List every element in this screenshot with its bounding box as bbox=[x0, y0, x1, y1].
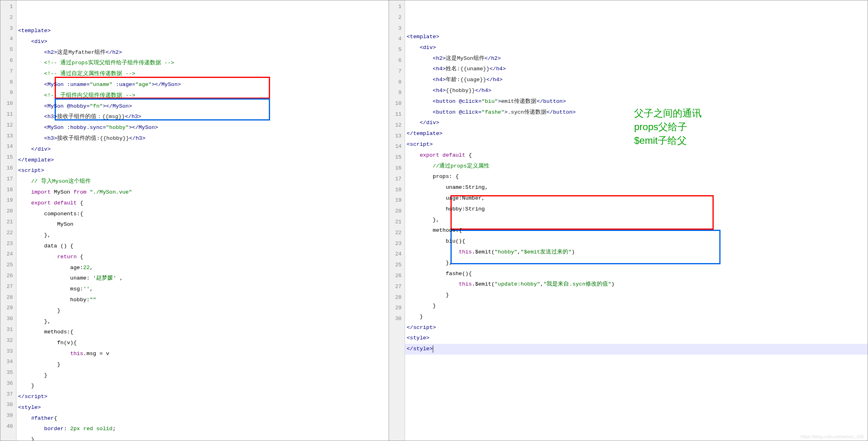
line-number: 21 bbox=[0, 217, 16, 228]
code-area-right[interactable]: 父子之间的通讯props父给子$emit子给父 <template> <div>… bbox=[405, 0, 868, 441]
line-number: 5 bbox=[0, 45, 16, 55]
code-line[interactable]: <button @click="fashe">.sycn传递数据</button… bbox=[405, 107, 868, 118]
line-number: 2 bbox=[389, 12, 405, 23]
code-line[interactable]: <template> bbox=[405, 32, 868, 43]
editor-pane-left: 1234567891011121314151617181920212223242… bbox=[0, 0, 389, 441]
code-line[interactable]: <script> bbox=[405, 139, 868, 150]
code-line[interactable]: <div> bbox=[405, 43, 868, 53]
line-number: 35 bbox=[0, 368, 16, 378]
code-line[interactable]: </template> bbox=[16, 155, 389, 166]
line-number: 28 bbox=[0, 292, 16, 303]
code-line[interactable]: </script> bbox=[405, 323, 868, 333]
code-line[interactable]: } bbox=[16, 381, 389, 392]
code-line[interactable]: } bbox=[16, 435, 389, 441]
line-number: 22 bbox=[0, 228, 16, 239]
code-line[interactable]: uname:String, bbox=[405, 182, 868, 193]
line-number: 39 bbox=[0, 410, 16, 421]
code-line[interactable]: #father{ bbox=[16, 413, 389, 424]
code-line[interactable]: </template> bbox=[405, 129, 868, 139]
line-number: 23 bbox=[389, 239, 405, 249]
code-line[interactable]: uage:Number, bbox=[405, 193, 868, 204]
line-number: 1 bbox=[389, 2, 405, 12]
code-line[interactable]: methods:{ bbox=[405, 225, 868, 236]
code-line[interactable]: <h4>年龄:{{uage}}</h4> bbox=[405, 75, 868, 86]
code-line[interactable]: <MySon @hobby="fn"></MySon> bbox=[16, 101, 389, 112]
line-number: 2 bbox=[0, 12, 16, 23]
code-line[interactable]: hobby:"" bbox=[16, 295, 389, 306]
code-line[interactable]: this.$emit("hobby","$emit发送过来的") bbox=[405, 247, 868, 258]
line-number: 4 bbox=[0, 34, 16, 45]
code-line[interactable]: age:22, bbox=[16, 263, 389, 274]
code-line[interactable]: <h3>接收子组件的值：{{msg}}</h3> bbox=[16, 112, 389, 122]
code-line[interactable]: } bbox=[16, 370, 389, 381]
line-number: 11 bbox=[389, 109, 405, 120]
line-number: 16 bbox=[389, 163, 405, 174]
code-line[interactable]: <h4>{{hobby}}</h4> bbox=[405, 86, 868, 96]
code-line[interactable]: <h2>这是Myfather组件</h2> bbox=[16, 47, 389, 58]
code-line[interactable]: </div> bbox=[16, 144, 389, 155]
code-line[interactable]: fashe(){ bbox=[405, 269, 868, 280]
line-number: 37 bbox=[0, 389, 16, 400]
code-line[interactable]: <div> bbox=[16, 37, 389, 47]
code-line[interactable]: </style> bbox=[405, 344, 868, 355]
code-line[interactable]: }, bbox=[16, 230, 389, 241]
code-line[interactable]: <h3>接收子组件的值:{{hobby}}</h3> bbox=[16, 133, 389, 144]
code-line[interactable]: msg:'', bbox=[16, 284, 389, 295]
code-line[interactable]: <template> bbox=[16, 26, 389, 37]
code-line[interactable]: }, bbox=[16, 316, 389, 327]
code-line[interactable]: <style> bbox=[16, 402, 389, 413]
line-number: 17 bbox=[389, 174, 405, 185]
line-number: 34 bbox=[0, 357, 16, 368]
code-line[interactable]: //通过props定义属性 bbox=[405, 161, 868, 172]
code-line[interactable]: <h2>这是MySon组件</h2> bbox=[405, 53, 868, 64]
code-line[interactable]: uname: '赵梦媛' , bbox=[16, 273, 389, 284]
line-number: 15 bbox=[389, 152, 405, 163]
code-line[interactable]: } bbox=[405, 301, 868, 312]
line-number: 30 bbox=[389, 314, 405, 325]
code-area-left[interactable]: <template> <div> <h2>这是Myfather组件</h2> <… bbox=[16, 0, 389, 441]
code-line[interactable]: this.$emit("update:hobby","我是来自.sycn修改的值… bbox=[405, 279, 868, 290]
code-line[interactable]: fn(v){ bbox=[16, 338, 389, 349]
line-number: 7 bbox=[389, 66, 405, 77]
code-line[interactable]: <!-- 通过props实现父组件给子组件传递数据 --> bbox=[16, 58, 389, 69]
code-line[interactable]: return { bbox=[16, 252, 389, 263]
code-line[interactable]: border: 2px red solid; bbox=[16, 424, 389, 435]
line-number: 24 bbox=[389, 249, 405, 260]
code-line[interactable]: export default { bbox=[16, 198, 389, 209]
code-line[interactable]: components:{ bbox=[16, 209, 389, 220]
line-number: 8 bbox=[0, 77, 16, 88]
code-line[interactable]: // 导入Myson这个组件 bbox=[16, 176, 389, 187]
code-line[interactable]: <script> bbox=[16, 165, 389, 176]
code-line[interactable]: biu(){ bbox=[405, 236, 868, 247]
line-number: 33 bbox=[0, 346, 16, 357]
code-line[interactable]: export default { bbox=[405, 150, 868, 161]
code-line[interactable]: </script> bbox=[16, 392, 389, 402]
code-line[interactable]: }, bbox=[405, 215, 868, 226]
code-line[interactable]: <style> bbox=[405, 333, 868, 344]
code-line[interactable]: <h4>姓名:{{uname}}</h4> bbox=[405, 64, 868, 75]
code-line[interactable]: import MySon from "./MySon.vue" bbox=[16, 187, 389, 198]
line-number: 14 bbox=[389, 141, 405, 152]
code-line[interactable]: <!-- 通过自定义属性传递数据 --> bbox=[16, 69, 389, 80]
code-line[interactable]: <button @click="biu">emit传递数据</button> bbox=[405, 96, 868, 107]
code-line[interactable]: <MySon :uname="uname" :uage="age"></MySo… bbox=[16, 80, 389, 90]
code-line[interactable]: methods:{ bbox=[16, 327, 389, 338]
code-line[interactable]: } bbox=[405, 290, 868, 301]
code-line[interactable]: hobby:String bbox=[405, 204, 868, 215]
line-number: 27 bbox=[0, 282, 16, 292]
code-line[interactable]: MySon bbox=[16, 219, 389, 230]
code-line[interactable]: }, bbox=[405, 258, 868, 269]
line-number: 10 bbox=[389, 98, 405, 109]
code-line[interactable]: <!-- 子组件向父组件传递数据 --> bbox=[16, 90, 389, 101]
code-line[interactable]: data () { bbox=[16, 241, 389, 252]
code-line[interactable]: } bbox=[405, 312, 868, 323]
line-number: 3 bbox=[0, 23, 16, 34]
code-line[interactable]: this.msg = v bbox=[16, 349, 389, 359]
code-line[interactable]: </div> bbox=[405, 118, 868, 129]
code-line[interactable]: } bbox=[16, 306, 389, 316]
code-line[interactable]: props: { bbox=[405, 172, 868, 182]
code-line[interactable]: } bbox=[16, 359, 389, 370]
line-gutter-left: 1234567891011121314151617181920212223242… bbox=[0, 0, 16, 441]
code-line[interactable]: <MySon :hobby.sync="hobby"></MySon> bbox=[16, 122, 389, 133]
line-number: 9 bbox=[389, 88, 405, 98]
